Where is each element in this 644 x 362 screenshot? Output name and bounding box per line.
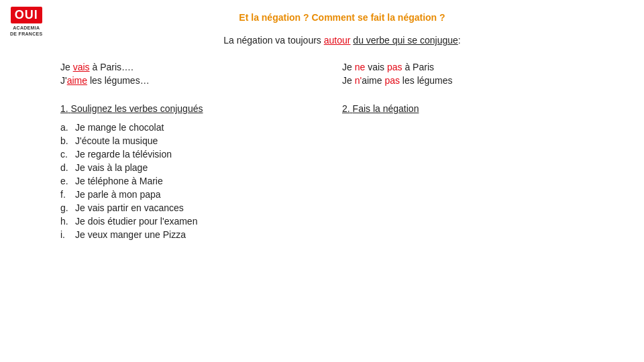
- item-text: Je dois étudier pour l'examen: [75, 216, 197, 227]
- logo-oui-text: OUI: [11, 7, 42, 23]
- list-item: i.Je veux manger une Pizza: [60, 229, 624, 240]
- item-text: Je téléphone à Marie: [75, 176, 163, 186]
- item-letter: c.: [60, 149, 75, 160]
- list-item: h.Je dois étudier pour l'examen: [60, 216, 624, 227]
- item-text: Je mange le chocolat: [75, 122, 164, 133]
- item-letter: a.: [60, 122, 75, 133]
- examples-section: Je vais à Paris…. J'aime les légumes… Je…: [54, 62, 631, 88]
- examples-left: Je vais à Paris…. J'aime les légumes…: [60, 62, 342, 88]
- example-right-1: Je ne vais pas à Paris: [342, 62, 624, 72]
- item-letter: d.: [60, 162, 75, 173]
- list-item: d.Je vais à la plage: [60, 162, 624, 173]
- section2-title: 2. Fais la négation: [342, 103, 624, 114]
- item-letter: i.: [60, 229, 75, 240]
- section1-title: 1. Soulignez les verbes conjugués: [60, 103, 342, 114]
- list-item: c.Je regarde la télévision: [60, 149, 624, 160]
- main-content: Et la négation ? Comment se fait la néga…: [54, 0, 631, 243]
- item-letter: h.: [60, 216, 75, 227]
- list-item: f.Je parle à mon papa: [60, 189, 624, 200]
- subtitle-rest: du verbe qui se conjugue:: [350, 35, 460, 46]
- subtitle-prefix: La négation va toujours: [223, 35, 323, 46]
- item-text: Je vais à la plage: [75, 162, 148, 173]
- section1-header: 1. Soulignez les verbes conjugués: [60, 103, 342, 114]
- item-text: J'écoute la musique: [75, 135, 158, 146]
- logo-subtitle: ACADEMIA DE FRANCES: [10, 25, 43, 37]
- section2-header: 2. Fais la négation: [342, 103, 624, 114]
- examples-right: Je ne vais pas à Paris Je n'aime pas les…: [342, 62, 624, 88]
- exercise-ol: a.Je mange le chocolatb.J'écoute la musi…: [60, 122, 624, 240]
- section-headers: 1. Soulignez les verbes conjugués 2. Fai…: [54, 103, 631, 114]
- item-text: Je vais partir en vacances: [75, 202, 184, 213]
- item-text: Je veux manger une Pizza: [75, 229, 186, 240]
- list-item: b.J'écoute la musique: [60, 135, 624, 146]
- item-letter: g.: [60, 202, 75, 213]
- subtitle-autour: autour: [324, 35, 351, 46]
- list-item: a.Je mange le chocolat: [60, 122, 624, 133]
- exercise-list: a.Je mange le chocolatb.J'écoute la musi…: [54, 122, 631, 240]
- item-letter: b.: [60, 135, 75, 146]
- list-item: e.Je téléphone à Marie: [60, 176, 624, 186]
- item-letter: f.: [60, 189, 75, 200]
- item-text: Je regarde la télévision: [75, 149, 172, 160]
- list-item: g.Je vais partir en vacances: [60, 202, 624, 213]
- item-text: Je parle à mon papa: [75, 189, 161, 200]
- logo: OUI ACADEMIA DE FRANCES: [10, 7, 43, 37]
- subtitle: La négation va toujours autour du verbe …: [54, 35, 631, 46]
- main-title: Et la négation ? Comment se fait la néga…: [54, 12, 631, 23]
- example-right-2: Je n'aime pas les légumes: [342, 75, 624, 86]
- example-left-1: Je vais à Paris….: [60, 62, 342, 72]
- item-letter: e.: [60, 176, 75, 186]
- example-left-2: J'aime les légumes…: [60, 75, 342, 86]
